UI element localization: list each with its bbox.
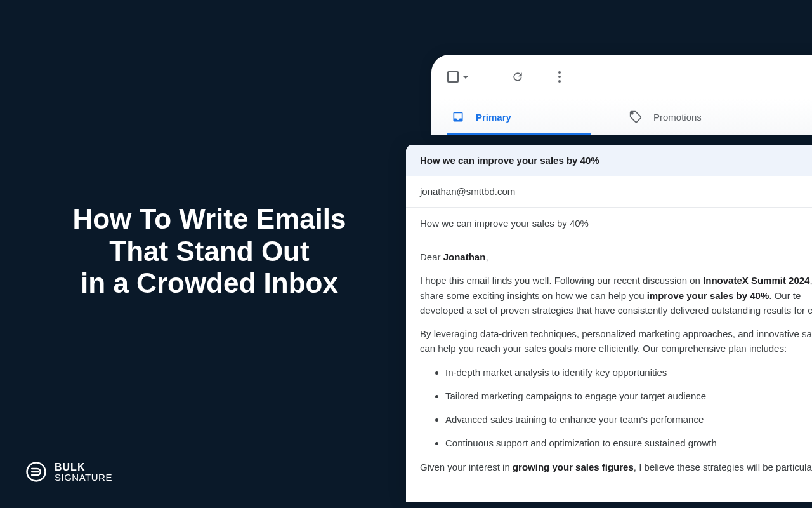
list-item: Advanced sales training to enhance your … bbox=[445, 412, 812, 427]
compose-title-bar[interactable]: How we can improve your sales by 40% bbox=[406, 145, 812, 176]
chevron-down-icon bbox=[462, 76, 469, 79]
greeting-prefix: Dear bbox=[420, 251, 443, 262]
compose-window: How we can improve your sales by 40% jon… bbox=[406, 145, 812, 502]
tag-icon bbox=[629, 110, 642, 123]
page-headline: How To Write Emails That Stand Out in a … bbox=[25, 203, 393, 300]
list-item: Tailored marketing campaigns to engage y… bbox=[445, 389, 812, 403]
body-paragraph-3: Given your interest in growing your sale… bbox=[420, 460, 812, 474]
p3-seg-b: , I believe these strategies will be par… bbox=[634, 462, 812, 472]
headline-line-1: How To Write Emails bbox=[25, 203, 393, 236]
brand-logo-text: BULK SIGNATURE bbox=[55, 462, 112, 482]
p1-seg-a: I hope this email finds you well. Follow… bbox=[420, 275, 703, 286]
inbox-icon bbox=[452, 110, 464, 123]
bulksignature-mark-icon bbox=[25, 461, 47, 483]
bullet-list: In-depth market analysis to identify key… bbox=[445, 365, 812, 451]
refresh-icon bbox=[511, 70, 524, 83]
recipient-value: jonathan@smttbd.com bbox=[420, 186, 515, 197]
compose-title: How we can improve your sales by 40% bbox=[420, 155, 599, 166]
list-item: Continuous support and optimization to e… bbox=[445, 436, 812, 450]
greeting-name: Jonathan bbox=[443, 251, 486, 262]
brand-name-top: BULK bbox=[55, 462, 112, 472]
inbox-tabs: Primary Promotions bbox=[431, 99, 812, 135]
p3-seg-a: Given your interest in bbox=[420, 462, 513, 472]
tab-primary[interactable]: Primary bbox=[439, 99, 617, 135]
body-paragraph-2: By leveraging data-driven techniques, pe… bbox=[420, 326, 812, 356]
tab-promotions-label: Promotions bbox=[653, 112, 702, 123]
tab-promotions[interactable]: Promotions bbox=[617, 99, 794, 135]
headline-line-2: That Stand Out bbox=[25, 236, 393, 268]
inbox-toolbar bbox=[431, 55, 812, 99]
refresh-button[interactable] bbox=[505, 64, 530, 90]
inbox-window: Primary Promotions bbox=[431, 55, 812, 135]
brand-logo: BULK SIGNATURE bbox=[25, 461, 112, 483]
more-vertical-icon bbox=[558, 71, 561, 83]
headline-line-3: in a Crowded Inbox bbox=[25, 267, 393, 300]
checkbox-icon bbox=[447, 71, 459, 83]
subject-field[interactable]: How we can improve your sales by 40% bbox=[406, 208, 812, 239]
p1-bold-1: InnovateX Summit 2024 bbox=[703, 275, 809, 286]
select-all-checkbox[interactable] bbox=[445, 64, 471, 90]
email-body[interactable]: Dear Jonathan, I hope this email finds y… bbox=[406, 239, 812, 502]
tab-primary-label: Primary bbox=[476, 112, 511, 123]
recipient-field[interactable]: jonathan@smttbd.com bbox=[406, 176, 812, 208]
greeting-line: Dear Jonathan, bbox=[420, 250, 812, 264]
list-item: In-depth market analysis to identify key… bbox=[445, 365, 812, 380]
more-actions-button[interactable] bbox=[547, 64, 572, 90]
p3-bold: growing your sales figures bbox=[513, 462, 634, 472]
subject-value: How we can improve your sales by 40% bbox=[420, 218, 589, 229]
p1-bold-2: improve your sales by 40% bbox=[647, 290, 769, 301]
brand-name-bottom: SIGNATURE bbox=[55, 472, 112, 482]
body-paragraph-1: I hope this email finds you well. Follow… bbox=[420, 273, 812, 318]
